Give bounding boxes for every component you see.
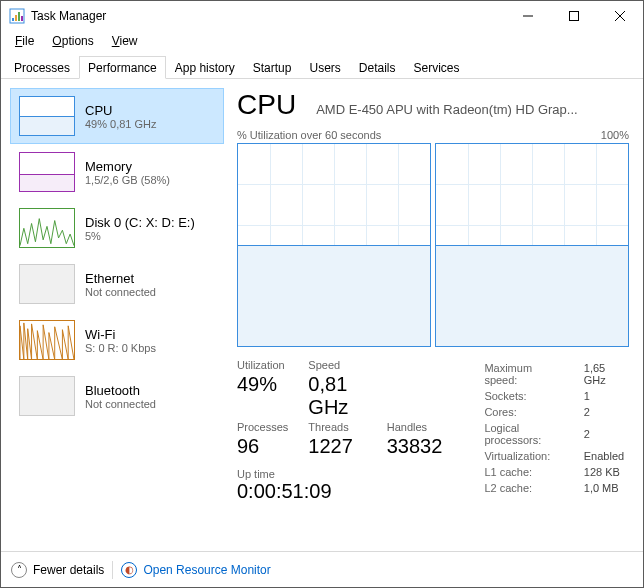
- bt-name: Bluetooth: [85, 383, 156, 398]
- bt-val: Not connected: [85, 398, 156, 410]
- sidebar-item-cpu[interactable]: CPU49% 0,81 GHz: [11, 89, 223, 143]
- fewer-details-button[interactable]: ˄ Fewer details: [11, 562, 104, 578]
- mem-val: 1,5/2,6 GB (58%): [85, 174, 170, 186]
- svg-rect-4: [21, 16, 23, 21]
- resource-monitor-icon: ◐: [121, 562, 137, 578]
- speed-value: 0,81 GHz: [308, 373, 366, 419]
- svg-rect-6: [570, 12, 579, 21]
- svg-rect-2: [15, 15, 17, 21]
- svg-rect-3: [18, 12, 20, 21]
- uptime-label: Up time: [237, 468, 442, 480]
- wifi-val: S: 0 R: 0 Kbps: [85, 342, 156, 354]
- util-label: Utilization: [237, 359, 288, 371]
- wifi-thumb-icon: [19, 320, 75, 360]
- cpu-info-table: Maximum speed:1,65 GHz Sockets:1 Cores:2…: [482, 359, 629, 503]
- tab-startup[interactable]: Startup: [244, 56, 301, 79]
- close-button[interactable]: [597, 1, 643, 31]
- title-bar: Task Manager: [1, 1, 643, 31]
- tab-app-history[interactable]: App history: [166, 56, 244, 79]
- cpu-chart-core0: [237, 143, 431, 347]
- chevron-up-icon: ˄: [11, 562, 27, 578]
- procs-label: Processes: [237, 421, 288, 433]
- chart-label-right: 100%: [601, 129, 629, 141]
- minimize-button[interactable]: [505, 1, 551, 31]
- menu-file[interactable]: File: [7, 32, 42, 50]
- tab-processes[interactable]: Processes: [5, 56, 79, 79]
- svg-rect-1: [12, 18, 14, 21]
- divider: [112, 561, 113, 579]
- threads-label: Threads: [308, 421, 366, 433]
- app-icon: [9, 8, 25, 24]
- main-panel: CPU AMD E-450 APU with Radeon(tm) HD Gra…: [223, 79, 643, 551]
- chart-label-left: % Utilization over 60 seconds: [237, 129, 381, 141]
- cpu-charts: [237, 143, 629, 347]
- threads-value: 1227: [308, 435, 366, 458]
- cpu-name: CPU: [85, 103, 157, 118]
- sidebar-item-ethernet[interactable]: EthernetNot connected: [11, 257, 223, 311]
- cpu-thumb-icon: [19, 96, 75, 136]
- sidebar: CPU49% 0,81 GHz Memory1,5/2,6 GB (58%) D…: [1, 79, 223, 551]
- tab-users[interactable]: Users: [300, 56, 349, 79]
- footer: ˄ Fewer details ◐ Open Resource Monitor: [1, 551, 643, 587]
- maximize-button[interactable]: [551, 1, 597, 31]
- bt-thumb-icon: [19, 376, 75, 416]
- procs-value: 96: [237, 435, 288, 458]
- cpu-model: AMD E-450 APU with Radeon(tm) HD Grap...: [316, 102, 578, 117]
- menu-options[interactable]: Options: [44, 32, 101, 50]
- tab-performance[interactable]: Performance: [79, 56, 166, 79]
- speed-label: Speed: [308, 359, 366, 371]
- mem-name: Memory: [85, 159, 170, 174]
- window-title: Task Manager: [31, 9, 505, 23]
- wifi-name: Wi-Fi: [85, 327, 156, 342]
- menu-view[interactable]: View: [104, 32, 146, 50]
- eth-name: Ethernet: [85, 271, 156, 286]
- cpu-val: 49% 0,81 GHz: [85, 118, 157, 130]
- handles-label: Handles: [387, 421, 443, 433]
- sidebar-item-disk[interactable]: Disk 0 (C: X: D: E:)5%: [11, 201, 223, 255]
- open-resource-monitor-link[interactable]: ◐ Open Resource Monitor: [121, 562, 270, 578]
- sidebar-item-bluetooth[interactable]: BluetoothNot connected: [11, 369, 223, 423]
- handles-value: 33832: [387, 435, 443, 458]
- eth-val: Not connected: [85, 286, 156, 298]
- sidebar-item-memory[interactable]: Memory1,5/2,6 GB (58%): [11, 145, 223, 199]
- eth-thumb-icon: [19, 264, 75, 304]
- sidebar-item-wifi[interactable]: Wi-FiS: 0 R: 0 Kbps: [11, 313, 223, 367]
- tab-services[interactable]: Services: [405, 56, 469, 79]
- disk-val: 5%: [85, 230, 195, 242]
- disk-name: Disk 0 (C: X: D: E:): [85, 215, 195, 230]
- tab-details[interactable]: Details: [350, 56, 405, 79]
- util-value: 49%: [237, 373, 288, 419]
- menu-bar: File Options View: [1, 31, 643, 51]
- cpu-chart-core1: [435, 143, 629, 347]
- uptime-value: 0:00:51:09: [237, 480, 442, 503]
- disk-thumb-icon: [19, 208, 75, 248]
- main-title: CPU: [237, 89, 296, 121]
- tab-bar: Processes Performance App history Startu…: [1, 55, 643, 79]
- memory-thumb-icon: [19, 152, 75, 192]
